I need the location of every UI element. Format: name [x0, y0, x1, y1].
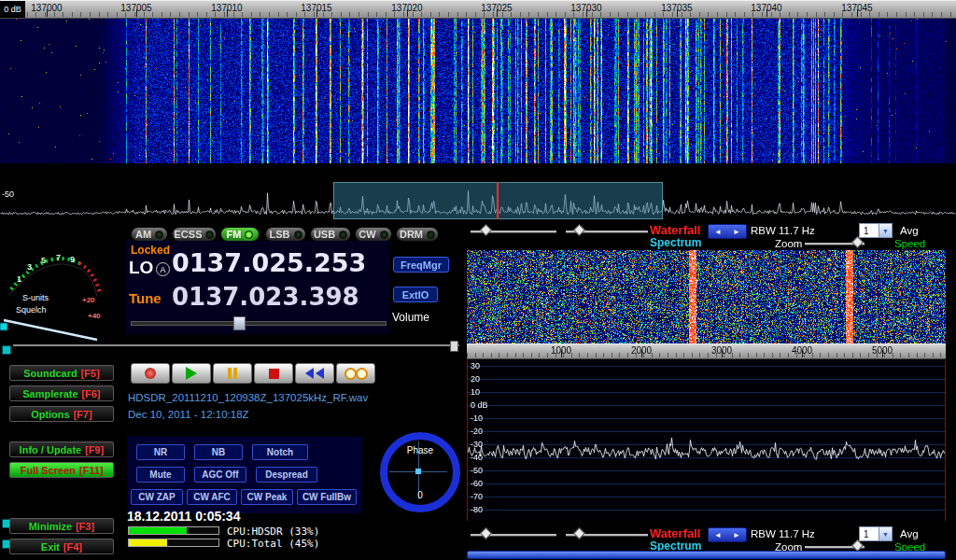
pan-left-icon[interactable]: ◄	[714, 531, 722, 539]
main-waterfall-canvas[interactable]	[0, 0, 956, 163]
despread-button[interactable]: Despread	[256, 467, 317, 483]
lo-label: LO	[129, 258, 153, 278]
freqmgr-button[interactable]: FreqMgr	[393, 257, 449, 273]
waterfall-upper-slider-bottom[interactable]	[471, 528, 556, 539]
db-scale-label: 10	[471, 387, 480, 397]
mode-button-cw[interactable]: CW	[355, 227, 392, 242]
pause-icon	[228, 368, 232, 379]
mode-button-am[interactable]: AM	[131, 227, 168, 242]
lo-frequency-value[interactable]: 0137.025.253	[172, 248, 366, 277]
combo-arrow-icon[interactable]: ▼	[879, 224, 892, 237]
pan-right-icon[interactable]: ►	[733, 531, 740, 539]
meter-tick-label: 1	[17, 274, 21, 284]
info-update-button[interactable]: Info / Update[F9]	[9, 441, 114, 457]
rx-spectrum-canvas[interactable]	[468, 360, 945, 521]
rx-waterfall-canvas[interactable]	[467, 250, 946, 343]
avg-count-select-top[interactable]: 1 ▼	[859, 223, 893, 238]
fullscreen-button[interactable]: Full Screen[F11]	[9, 462, 114, 478]
main-spectrum-panel[interactable]: -50	[0, 182, 956, 219]
waterfall-lower-slider[interactable]	[566, 225, 648, 236]
mode-button-ecss[interactable]: ECSS	[172, 227, 217, 242]
meter-sunits-label: S-units	[22, 293, 49, 302]
waterfall-toggle-bottom[interactable]: Waterfall	[650, 526, 700, 540]
nb-button[interactable]: NB	[194, 444, 243, 460]
phase-center-dot	[415, 469, 421, 474]
pane-divider-handle[interactable]	[450, 341, 458, 352]
play-button[interactable]	[172, 363, 211, 384]
s-meter[interactable]: 1 3 5 7 9 +20 +40 S-units Squelch	[0, 222, 126, 348]
locked-label: Locked	[131, 244, 170, 257]
mode-button-lsb[interactable]: LSB	[265, 227, 306, 242]
notch-button[interactable]: Notch	[252, 444, 308, 460]
rx-spectrum-panel[interactable]: 30 20 10 0 dB -10 -20 -30 -40 -50 -60 -7…	[467, 360, 946, 521]
slider-handle[interactable]	[851, 236, 864, 248]
panel-toggle-square[interactable]	[2, 345, 11, 355]
tune-line[interactable]	[497, 182, 499, 219]
slider-handle[interactable]	[573, 527, 585, 539]
cw-fullbw-button[interactable]: CW FullBw	[297, 489, 357, 505]
db-scale-label: 20	[471, 374, 480, 384]
zoom-slider-top[interactable]	[805, 237, 865, 248]
exit-button[interactable]: Exit[F4]	[9, 539, 114, 554]
waterfall-upper-slider[interactable]	[471, 225, 556, 236]
db-scale-label: -60	[471, 479, 483, 488]
rewind-button[interactable]	[295, 363, 334, 384]
spectrum-pan-scrollbar[interactable]	[467, 551, 946, 559]
soundcard-button[interactable]: Soundcard[F5]	[9, 365, 114, 381]
pan-right-icon[interactable]: ►	[733, 228, 740, 236]
mute-button[interactable]: Mute	[136, 467, 185, 483]
meter-squelch-label: Squelch	[16, 305, 47, 315]
freq-label: 137015	[301, 3, 331, 13]
volume-slider-handle[interactable]	[233, 316, 246, 330]
slider-handle[interactable]	[573, 224, 585, 236]
extio-button[interactable]: ExtIO	[393, 287, 438, 302]
squelch-handle[interactable]	[0, 323, 7, 330]
datetime-display: 18.12.2011 0:05:34	[127, 509, 240, 524]
zoom-label-top: Zoom	[775, 238, 802, 249]
rx-waterfall-panel[interactable]	[467, 250, 946, 343]
cw-zap-button[interactable]: CW ZAP	[131, 489, 183, 505]
mode-led	[155, 231, 163, 239]
spectrum-toggle-top[interactable]: Spectrum	[650, 236, 701, 249]
slider-handle[interactable]	[480, 224, 492, 236]
pane-divider[interactable]	[13, 344, 459, 346]
main-frequency-ruler[interactable]: 137000 137005 137010 137015 137020 13702…	[0, 0, 956, 19]
phase-value: 0	[380, 490, 460, 500]
minimize-button[interactable]: Minimize[F3]	[9, 518, 114, 534]
mode-button-drm[interactable]: DRM	[396, 227, 439, 242]
tune-label: Tune	[129, 290, 162, 306]
volume-slider-track[interactable]	[131, 321, 387, 326]
stop-button[interactable]	[254, 363, 293, 384]
recording-date: Dec 10, 2011 - 12:10:18Z	[128, 409, 249, 420]
record-button[interactable]	[131, 363, 170, 384]
loop-button[interactable]	[336, 363, 375, 384]
rx-freq-label: 5000	[872, 345, 893, 356]
lo-lock-badge[interactable]: A	[156, 262, 170, 276]
tune-frequency-value[interactable]: 0137.023.398	[172, 283, 359, 311]
combo-arrow-icon[interactable]: ▼	[879, 527, 892, 540]
freq-label: 137025	[481, 3, 512, 13]
pan-arrows-top[interactable]: ◄ ►	[708, 224, 747, 239]
avg-count-select-bottom[interactable]: 1 ▼	[859, 526, 893, 541]
db-scale-label: -40	[471, 453, 483, 462]
waterfall-toggle-top[interactable]: Waterfall	[650, 223, 700, 237]
slider-handle[interactable]	[480, 527, 492, 539]
stop-icon	[269, 369, 279, 379]
agc-off-button[interactable]: AGC Off	[194, 467, 246, 483]
samplerate-button[interactable]: Samplerate[F6]	[9, 385, 114, 401]
pan-arrows-bottom[interactable]: ◄ ►	[708, 527, 747, 542]
cw-afc-button[interactable]: CW AFC	[187, 489, 237, 505]
pan-left-icon[interactable]: ◄	[714, 228, 722, 236]
mode-button-usb[interactable]: USB	[310, 227, 351, 242]
cw-peak-button[interactable]: CW Peak	[241, 489, 293, 505]
rx-frequency-ruler[interactable]: 1000 2000 3000 4000 5000	[467, 343, 946, 359]
options-button[interactable]: Options[F7]	[9, 406, 114, 422]
waterfall-lower-slider-bottom[interactable]	[566, 528, 648, 539]
mode-led	[205, 231, 214, 239]
mode-button-fm[interactable]: FM	[220, 227, 260, 242]
slider-handle[interactable]	[851, 539, 864, 552]
meter-tick-label: 9	[70, 255, 75, 264]
nr-button[interactable]: NR	[136, 444, 185, 460]
rx-freq-label: 1000	[551, 345, 571, 356]
pause-button[interactable]	[213, 363, 252, 384]
